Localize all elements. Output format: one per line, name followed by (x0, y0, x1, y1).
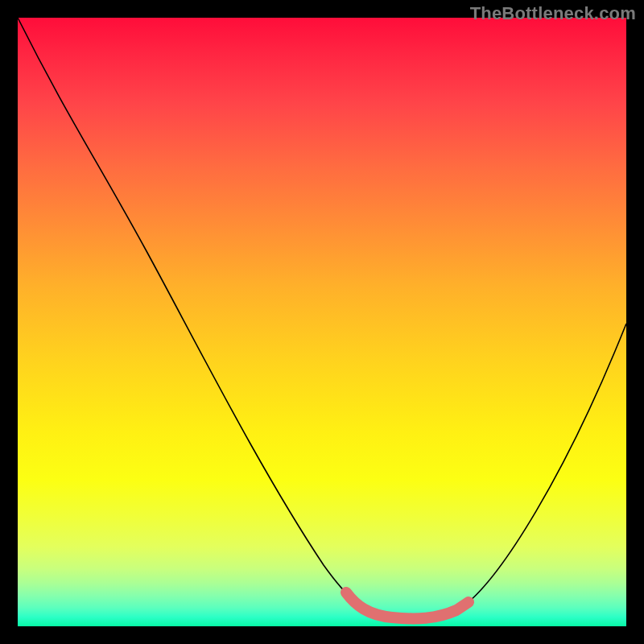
bottleneck-curve (18, 18, 626, 619)
bottleneck-curve-svg (18, 18, 626, 626)
plot-area (18, 18, 626, 626)
chart-frame: TheBottleneck.com (0, 0, 644, 644)
optimal-zone-highlight (346, 592, 469, 618)
watermark-text: TheBottleneck.com (470, 3, 636, 24)
